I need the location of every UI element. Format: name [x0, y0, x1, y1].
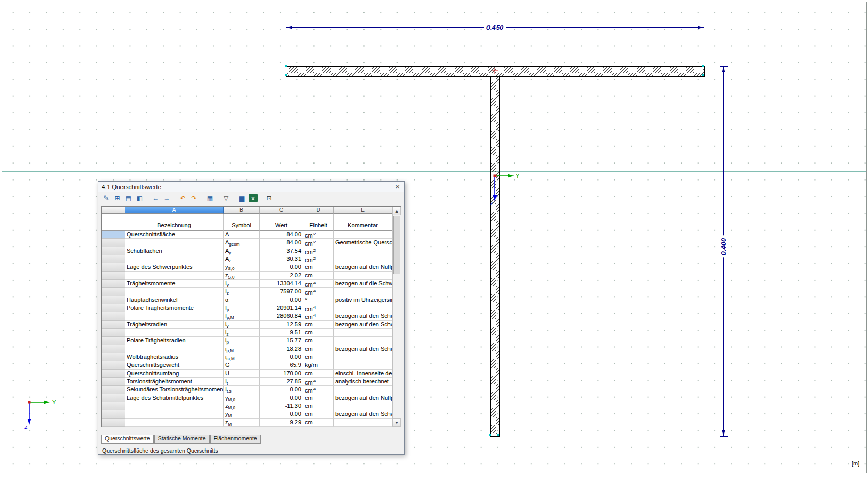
cell-bezeichnung[interactable]: Schubflächen	[125, 247, 224, 255]
cell-einheit[interactable]: cm	[303, 345, 334, 353]
table-row[interactable]: QuerschnittsflächeA84.00cm2	[102, 231, 401, 239]
cell-kommentar[interactable]	[334, 419, 392, 427]
row-header[interactable]	[102, 247, 125, 255]
cell-kommentar[interactable]: einschl. Innenseite der	[334, 370, 392, 378]
cell-bezeichnung[interactable]: Hauptachsenwinkel	[125, 296, 224, 304]
cell-bezeichnung[interactable]: Polare Trägheitsradien	[125, 337, 224, 345]
table-row[interactable]: Ageom84.00cm2Geometrische Quersch	[102, 239, 401, 247]
row-header[interactable]	[102, 272, 125, 280]
cell-symbol[interactable]: Ip	[224, 304, 260, 312]
table-row[interactable]: Polare Trägheitsradienip15.77cm	[102, 337, 401, 345]
row-header[interactable]	[102, 378, 125, 386]
table-row[interactable]: Lage des SchubmittelpunktesyM,00.00cmbez…	[102, 394, 401, 402]
cell-kommentar[interactable]	[334, 386, 392, 394]
table-row[interactable]: Sekundäres TorsionsträgheitsmomentIt,s0.…	[102, 386, 401, 394]
cell-bezeichnung[interactable]	[125, 345, 224, 353]
cell-wert[interactable]: 84.00	[260, 231, 303, 239]
cell-symbol[interactable]: Iy	[224, 280, 260, 288]
cell-kommentar[interactable]	[334, 329, 392, 337]
cell-einheit[interactable]: cm	[303, 370, 334, 378]
scrollbar-thumb[interactable]	[393, 216, 400, 274]
cell-bezeichnung[interactable]	[125, 410, 224, 418]
table-row[interactable]: TorsionsträgheitsmomentIt27.85cm4analyti…	[102, 378, 401, 386]
cell-bezeichnung[interactable]	[125, 312, 224, 320]
cell-wert[interactable]: 0.00	[260, 353, 303, 361]
table-row[interactable]: yM0.00cmbezogen auf den Schw	[102, 410, 401, 418]
cell-einheit[interactable]: cm4	[303, 288, 334, 296]
tab-statische-momente[interactable]: Statische Momente	[154, 435, 210, 444]
scroll-down-icon[interactable]: ▼	[393, 418, 401, 427]
cell-wert[interactable]: 28060.84	[260, 312, 303, 320]
cell-bezeichnung[interactable]	[125, 402, 224, 410]
cell-bezeichnung[interactable]: Trägheitsradien	[125, 321, 224, 329]
vertical-scrollbar[interactable]: ▲ ▼	[392, 207, 401, 427]
cell-kommentar[interactable]	[334, 337, 392, 345]
cell-einheit[interactable]: cm	[303, 337, 334, 345]
row-header[interactable]	[102, 329, 125, 337]
row-header[interactable]	[102, 280, 125, 288]
decimal-places-icon[interactable]: ▤	[123, 193, 134, 203]
tab-flächenmomente[interactable]: Flächenmomente	[210, 435, 261, 444]
cell-symbol[interactable]: zS,0	[224, 272, 260, 280]
table-row[interactable]: Trägheitsradieniy12.59cmbezogen auf den …	[102, 321, 401, 329]
cell-wert[interactable]: 12.59	[260, 321, 303, 329]
cell-kommentar[interactable]	[334, 402, 392, 410]
table-settings-icon[interactable]: ⊞	[112, 193, 123, 203]
cell-wert[interactable]: 7597.00	[260, 288, 303, 296]
row-header[interactable]	[102, 386, 125, 394]
row-header[interactable]	[102, 263, 125, 271]
cell-einheit[interactable]: cm4	[303, 280, 334, 288]
row-header[interactable]	[102, 231, 125, 239]
cell-wert[interactable]: 9.51	[260, 329, 303, 337]
table-row[interactable]: zS,0-2.02cm	[102, 272, 401, 280]
row-header[interactable]	[102, 337, 125, 345]
cell-symbol[interactable]: Iz	[224, 288, 260, 296]
cell-kommentar[interactable]	[334, 361, 392, 369]
header-wert[interactable]: Wert	[260, 214, 303, 231]
cell-einheit[interactable]: cm4	[303, 386, 334, 394]
table-grid-icon[interactable]: ▦	[204, 193, 216, 203]
cell-symbol[interactable]: Ageom	[224, 239, 260, 247]
previous-table-icon[interactable]: ←	[150, 193, 161, 203]
cell-wert[interactable]: 27.85	[260, 378, 303, 386]
table-row[interactable]: Ip,M28060.84cm4bezogen auf den Schu	[102, 312, 401, 320]
excel-export-icon[interactable]: X	[249, 194, 258, 202]
cell-wert[interactable]: 0.00	[260, 296, 303, 304]
row-header[interactable]	[102, 419, 125, 427]
cell-bezeichnung[interactable]: Torsionsträgheitsmoment	[125, 378, 224, 386]
cell-wert[interactable]: 84.00	[260, 239, 303, 247]
cell-bezeichnung[interactable]	[125, 419, 224, 427]
header-symbol[interactable]: Symbol	[224, 214, 260, 231]
cell-wert[interactable]: -9.29	[260, 419, 303, 427]
cell-wert[interactable]: 170.00	[260, 370, 303, 378]
cell-wert[interactable]: -2.02	[260, 272, 303, 280]
cell-wert[interactable]: 18.28	[260, 345, 303, 353]
cell-wert[interactable]: 65.9	[260, 361, 303, 369]
cell-bezeichnung[interactable]: Querschnittsumfang	[125, 370, 224, 378]
row-header[interactable]	[102, 288, 125, 296]
edit-icon[interactable]: ✎	[101, 193, 112, 203]
table-row[interactable]: Az30.31cm2	[102, 255, 401, 263]
dialog-titlebar[interactable]: 4.1 Querschnittswerte ×	[98, 182, 404, 192]
cell-wert[interactable]: 13304.14	[260, 280, 303, 288]
cell-kommentar[interactable]	[334, 247, 392, 255]
cell-symbol[interactable]: Ip,M	[224, 312, 260, 320]
cell-einheit[interactable]: cm	[303, 410, 334, 418]
cell-einheit[interactable]: cm	[303, 272, 334, 280]
calculator-icon[interactable]: ⊡	[263, 193, 275, 203]
cell-bezeichnung[interactable]	[125, 288, 224, 296]
cell-wert[interactable]: 20901.14	[260, 304, 303, 312]
row-header[interactable]	[102, 410, 125, 418]
close-icon[interactable]: ×	[391, 183, 404, 191]
table-row[interactable]: TrägheitsmomenteIy13304.14cm4bezogen auf…	[102, 280, 401, 288]
chart-icon[interactable]: ▆	[236, 193, 247, 203]
filter-icon[interactable]: ▽	[220, 193, 232, 203]
cell-wert[interactable]: -11.30	[260, 402, 303, 410]
cell-bezeichnung[interactable]	[125, 272, 224, 280]
cell-kommentar[interactable]: bezogen auf die Schw	[334, 280, 392, 288]
column-header-d[interactable]: D	[303, 207, 334, 214]
header-bezeichnung[interactable]: Bezeichnung	[125, 214, 224, 231]
cell-symbol[interactable]: Ay	[224, 247, 260, 255]
cell-kommentar[interactable]: analytisch berechnet	[334, 378, 392, 386]
cell-kommentar[interactable]: bezogen auf den Schw	[334, 321, 392, 329]
